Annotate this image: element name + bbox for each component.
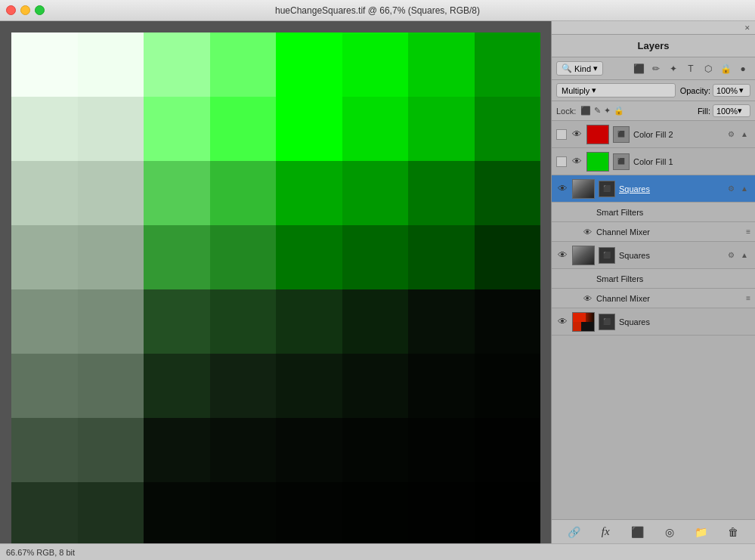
blend-row: Multiply ▾ Opacity: 100% ▾ bbox=[552, 80, 755, 101]
layer-option-button[interactable]: ▲ bbox=[738, 183, 750, 195]
layer-mask-thumbnail: ⬛ bbox=[613, 153, 630, 170]
layer-item-color-fill-1[interactable]: 👁⬛Color Fill 1 bbox=[552, 148, 755, 175]
search-icon: 🔍 bbox=[562, 63, 572, 73]
grid-cell bbox=[210, 289, 277, 354]
minimize-button[interactable] bbox=[20, 5, 30, 15]
sub-layer-item[interactable]: Smart Filters bbox=[552, 203, 755, 222]
layer-checkbox[interactable] bbox=[556, 156, 567, 167]
close-button[interactable] bbox=[6, 5, 16, 15]
shape-filter-icon[interactable]: ✦ bbox=[666, 61, 681, 76]
opacity-input[interactable]: 100% ▾ bbox=[713, 84, 750, 97]
fill-input[interactable]: 100% ▾ bbox=[713, 104, 750, 117]
status-bar: 66.67% RGB, 8 bit bbox=[0, 543, 755, 560]
layer-item-color-fill-2[interactable]: 👁⬛Color Fill 2⚙▲ bbox=[552, 121, 755, 148]
layer-mask-thumbnail: ⬛ bbox=[613, 126, 630, 143]
color-filter-icon[interactable]: ● bbox=[735, 61, 750, 76]
sub-layer-item[interactable]: Smart Filters bbox=[552, 269, 755, 289]
layer-thumbnail bbox=[572, 179, 595, 199]
sub-layer-visibility-icon[interactable]: 👁 bbox=[582, 293, 593, 304]
layer-option-button[interactable]: ⚙ bbox=[725, 183, 737, 195]
grid-cell bbox=[408, 354, 475, 418]
maximize-button[interactable] bbox=[35, 5, 45, 15]
layer-item-squares-1[interactable]: 👁⬛Squares⚙▲ bbox=[552, 175, 755, 203]
grid-cell bbox=[408, 482, 475, 543]
lock-all-icon[interactable]: 🔒 bbox=[614, 106, 624, 116]
grid-cell bbox=[342, 225, 409, 289]
delete-button[interactable]: 🗑 bbox=[725, 524, 741, 540]
grid-cell bbox=[144, 225, 210, 289]
blend-dropdown-arrow: ▾ bbox=[592, 85, 596, 95]
lock-filter-icon[interactable]: 🔒 bbox=[718, 61, 733, 76]
adjustment-filter-icon[interactable]: ✏ bbox=[648, 61, 664, 76]
grid-cell bbox=[11, 97, 78, 161]
grid-cell bbox=[210, 97, 277, 161]
grid-cell bbox=[342, 161, 409, 225]
layer-visibility-icon[interactable]: 👁 bbox=[571, 128, 583, 141]
grid-cell bbox=[408, 97, 475, 161]
grid-cell bbox=[475, 418, 541, 482]
grid-cell bbox=[144, 418, 210, 482]
text-filter-icon[interactable]: T bbox=[683, 61, 698, 76]
grid-cell bbox=[342, 354, 409, 418]
grid-cell bbox=[144, 161, 210, 225]
layer-item-squares-3[interactable]: 👁⬛Squares bbox=[552, 308, 755, 336]
panel-close-bar: ✕ bbox=[552, 21, 755, 35]
add-mask-button[interactable]: ⬛ bbox=[629, 524, 645, 540]
grid-cell bbox=[475, 482, 541, 543]
lock-paint-icon[interactable]: ✎ bbox=[594, 106, 601, 116]
layer-checkbox[interactable] bbox=[556, 129, 567, 140]
layer-option-button[interactable]: ▲ bbox=[738, 128, 750, 141]
grid-cell bbox=[342, 482, 409, 543]
fill-group: Fill: 100% ▾ bbox=[698, 104, 750, 117]
panel-title: Layers bbox=[552, 35, 755, 57]
grid-cell bbox=[342, 289, 409, 354]
layer-mask-thumbnail: ⬛ bbox=[599, 181, 615, 197]
layer-mask-thumbnail: ⬛ bbox=[599, 314, 615, 330]
layer-option-button[interactable]: ⚙ bbox=[725, 249, 737, 261]
grid-cell bbox=[144, 32, 210, 97]
grid-cell bbox=[78, 161, 144, 225]
sub-layer-options-button[interactable]: ≡ bbox=[746, 294, 750, 302]
opacity-value: 100% bbox=[716, 86, 738, 95]
adjustment-button[interactable]: ◎ bbox=[661, 524, 678, 540]
sub-layer-name: Smart Filters bbox=[596, 208, 643, 217]
grid-cell bbox=[408, 418, 475, 482]
panel-close-button[interactable]: ✕ bbox=[744, 24, 752, 32]
kind-dropdown[interactable]: 🔍 Kind ▾ bbox=[556, 61, 603, 76]
sub-layer-options-button[interactable]: ≡ bbox=[746, 227, 750, 236]
fill-arrow: ▾ bbox=[738, 106, 742, 116]
layer-option-button[interactable]: ▲ bbox=[738, 249, 750, 261]
blend-mode-dropdown[interactable]: Multiply ▾ bbox=[556, 83, 676, 97]
sub-layer-item[interactable]: 👁Channel Mixer≡ bbox=[552, 222, 755, 242]
sub-layer-name: Smart Filters bbox=[596, 274, 643, 283]
lock-pixels-icon[interactable]: ⬛ bbox=[580, 106, 591, 116]
lock-row: Lock: ⬛ ✎ ✦ 🔒 Fill: 100% ▾ bbox=[552, 101, 755, 121]
pixel-filter-icon[interactable]: ⬛ bbox=[631, 61, 646, 76]
grid-cell bbox=[276, 225, 342, 289]
new-group-button[interactable]: 📁 bbox=[693, 524, 710, 540]
panel-toolbar: 🔗 fx ⬛ ◎ 📁 🗑 bbox=[552, 519, 755, 543]
layer-visibility-icon[interactable]: 👁 bbox=[556, 316, 568, 328]
grid-cell bbox=[144, 354, 210, 418]
layer-options: ⚙▲ bbox=[725, 128, 750, 141]
grid-cell bbox=[78, 289, 144, 354]
layer-name: Squares bbox=[619, 317, 750, 326]
sub-layer-item[interactable]: 👁Channel Mixer≡ bbox=[552, 289, 755, 308]
layer-item-squares-2[interactable]: 👁⬛Squares⚙▲ bbox=[552, 242, 755, 269]
layer-visibility-icon[interactable]: 👁 bbox=[571, 156, 583, 168]
link-layers-button[interactable]: 🔗 bbox=[565, 524, 582, 540]
layer-name: Color Fill 2 bbox=[633, 130, 721, 139]
grid-cell bbox=[475, 97, 541, 161]
layer-option-button[interactable]: ⚙ bbox=[725, 128, 737, 141]
layer-options: ⚙▲ bbox=[725, 183, 750, 195]
layer-visibility-icon[interactable]: 👁 bbox=[556, 183, 568, 195]
lock-move-icon[interactable]: ✦ bbox=[604, 106, 611, 116]
layer-thumbnail bbox=[586, 152, 609, 172]
grid-cell bbox=[276, 161, 342, 225]
layer-visibility-icon[interactable]: 👁 bbox=[556, 249, 568, 261]
smart-filter-icon[interactable]: ⬡ bbox=[701, 61, 716, 76]
sub-layer-visibility-icon[interactable]: 👁 bbox=[582, 227, 593, 237]
color-grid bbox=[11, 32, 540, 543]
layer-name: Color Fill 1 bbox=[633, 157, 750, 166]
fx-button[interactable]: fx bbox=[597, 524, 614, 540]
